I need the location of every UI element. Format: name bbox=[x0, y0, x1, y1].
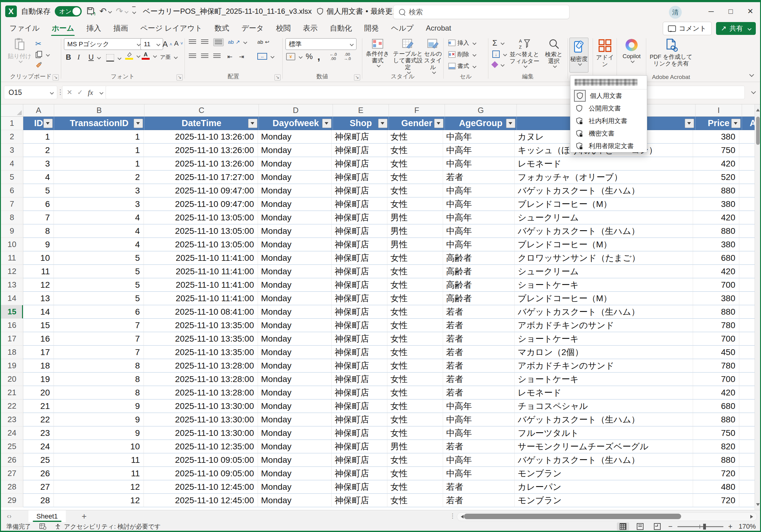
alignment-dialog-launcher[interactable]: ↘ bbox=[274, 74, 281, 81]
cell[interactable]: 女性 bbox=[387, 157, 443, 170]
row-header-1[interactable]: 1 bbox=[1, 117, 23, 130]
cell[interactable]: 女性 bbox=[387, 346, 443, 359]
row-header-15[interactable]: 15 bbox=[1, 305, 23, 319]
cell[interactable]: 神保町店 bbox=[332, 346, 387, 359]
cell[interactable]: 880 bbox=[693, 184, 739, 198]
cell[interactable]: 中高年 bbox=[443, 224, 515, 238]
cell[interactable] bbox=[739, 373, 756, 386]
cell[interactable]: 4 bbox=[23, 170, 54, 184]
cell[interactable]: 神保町店 bbox=[332, 399, 387, 413]
cell[interactable]: 2025-11-10 13:28:00 bbox=[144, 386, 258, 399]
cell[interactable]: 神保町店 bbox=[332, 265, 387, 278]
cell[interactable]: 700 bbox=[693, 373, 739, 386]
cell[interactable]: 13 bbox=[23, 292, 54, 305]
number-dialog-launcher[interactable]: ↘ bbox=[354, 74, 360, 81]
cell[interactable]: ブレンドコーヒー（M） bbox=[515, 238, 693, 251]
align-middle-button[interactable] bbox=[201, 39, 208, 44]
conditional-formatting-button[interactable]: 条件付き書式 bbox=[365, 39, 391, 67]
cell[interactable]: 2025-11-10 13:35:00 bbox=[144, 332, 258, 346]
cell[interactable]: 2025-11-10 13:05:00 bbox=[144, 224, 258, 238]
cell[interactable]: フルーツタルト bbox=[515, 426, 693, 440]
underline-button[interactable]: U bbox=[88, 53, 100, 62]
clipboard-dialog-launcher[interactable]: ↘ bbox=[53, 74, 59, 81]
vertical-scroll-thumb[interactable] bbox=[756, 117, 760, 145]
row-header-26[interactable]: 26 bbox=[1, 453, 23, 467]
row-header-24[interactable]: 24 bbox=[1, 426, 23, 440]
find-select-button[interactable]: 検索と選択 bbox=[543, 38, 565, 67]
cell[interactable]: 神保町店 bbox=[332, 494, 387, 507]
cell[interactable]: Monday bbox=[258, 440, 332, 453]
cell[interactable]: 神保町店 bbox=[332, 211, 387, 224]
cell[interactable]: 男性 bbox=[387, 238, 443, 251]
quick-access-toolbar-chevron[interactable] bbox=[132, 6, 136, 16]
cell[interactable]: 2025-11-10 13:35:00 bbox=[144, 319, 258, 332]
cell[interactable]: 8 bbox=[54, 386, 144, 399]
zoom-level[interactable]: 170% bbox=[739, 522, 756, 530]
decrease-indent-button[interactable]: ⇤ bbox=[227, 53, 233, 60]
zoom-in-button[interactable]: + bbox=[728, 522, 732, 531]
cell[interactable]: 420 bbox=[693, 265, 739, 278]
scroll-up-icon[interactable] bbox=[756, 107, 760, 111]
cell[interactable]: 18 bbox=[23, 359, 54, 373]
italic-button[interactable]: I bbox=[78, 53, 80, 61]
cell[interactable]: 20 bbox=[23, 386, 54, 399]
column-header-TransactionID[interactable]: TransactionID bbox=[54, 117, 145, 130]
clear-button[interactable] bbox=[492, 62, 504, 67]
cell[interactable]: アボカドチキンのサンド bbox=[515, 319, 693, 332]
cell[interactable] bbox=[739, 224, 756, 238]
column-header-Shop[interactable]: Shop bbox=[333, 117, 389, 130]
column-header-DateTime[interactable]: DateTime bbox=[145, 117, 259, 130]
cell[interactable]: 若者 bbox=[443, 305, 515, 319]
page-layout-view-button[interactable] bbox=[634, 522, 646, 530]
cell[interactable]: レモネード bbox=[515, 157, 693, 170]
cell[interactable] bbox=[739, 480, 756, 494]
cell[interactable]: チョコスペシャル bbox=[515, 399, 693, 413]
cell[interactable]: 24 bbox=[23, 440, 54, 453]
align-center-button[interactable] bbox=[201, 54, 208, 58]
new-sheet-button[interactable]: + bbox=[82, 511, 87, 521]
cell[interactable]: 2025-11-10 13:26:00 bbox=[144, 144, 258, 157]
row-header-18[interactable]: 18 bbox=[1, 346, 23, 359]
ribbon-tab-6[interactable]: データ bbox=[236, 21, 269, 35]
shrink-font-button[interactable]: A˅ bbox=[174, 39, 183, 47]
formula-chevron-icon[interactable] bbox=[99, 90, 103, 94]
cell[interactable]: 女性 bbox=[387, 467, 443, 480]
format-painter-button[interactable] bbox=[35, 62, 42, 69]
cell[interactable]: 中高年 bbox=[443, 467, 515, 480]
cell[interactable]: 700 bbox=[693, 332, 739, 346]
cell[interactable]: 19 bbox=[23, 373, 54, 386]
cell[interactable] bbox=[739, 346, 756, 359]
cell[interactable]: 2025-11-10 13:30:00 bbox=[144, 426, 258, 440]
cell[interactable]: 高齢者 bbox=[443, 251, 515, 265]
cell[interactable]: 神保町店 bbox=[332, 184, 387, 198]
cell[interactable]: 3 bbox=[54, 198, 144, 211]
cell[interactable]: シュークリーム bbox=[515, 265, 693, 278]
column-header-AgeGroup[interactable]: AgeGroup bbox=[445, 117, 517, 130]
cell[interactable]: 2025-11-10 13:35:00 bbox=[144, 346, 258, 359]
cell[interactable]: 2025-11-10 12:45:00 bbox=[144, 494, 258, 507]
cell[interactable]: 若者 bbox=[443, 319, 515, 332]
cell[interactable]: 780 bbox=[693, 319, 739, 332]
sort-filter-button[interactable]: AZ 並べ替えとフィルター bbox=[508, 38, 541, 67]
align-right-button[interactable] bbox=[213, 54, 221, 58]
sensitivity-option-3[interactable]: 機密文書 bbox=[570, 127, 647, 140]
font-name-select[interactable]: MS Pゴシック bbox=[64, 38, 144, 50]
ribbon-tab-4[interactable]: ページ レイアウト bbox=[135, 21, 208, 35]
cell[interactable]: 7 bbox=[54, 319, 144, 332]
column-header-ID[interactable]: ID bbox=[23, 117, 54, 130]
cell[interactable] bbox=[739, 467, 756, 480]
row-header-14[interactable]: 14 bbox=[1, 292, 23, 305]
cell[interactable]: 2025-11-10 13:26:00 bbox=[144, 157, 258, 170]
cell[interactable]: 女性 bbox=[387, 198, 443, 211]
cell[interactable]: 5 bbox=[23, 184, 54, 198]
column-letter-C[interactable]: C bbox=[145, 104, 259, 117]
sensitivity-button[interactable]: 秘密度 bbox=[569, 38, 588, 73]
cell[interactable]: 2025-11-10 11:41:00 bbox=[144, 265, 258, 278]
row-header-11[interactable]: 11 bbox=[1, 251, 23, 265]
cell[interactable]: 7 bbox=[54, 332, 144, 346]
search-input[interactable]: 検索 bbox=[393, 5, 569, 19]
cell[interactable]: 神保町店 bbox=[332, 359, 387, 373]
column-letter-F[interactable]: F bbox=[389, 104, 445, 117]
cell[interactable]: 中高年 bbox=[443, 413, 515, 426]
cell[interactable]: 780 bbox=[693, 359, 739, 373]
